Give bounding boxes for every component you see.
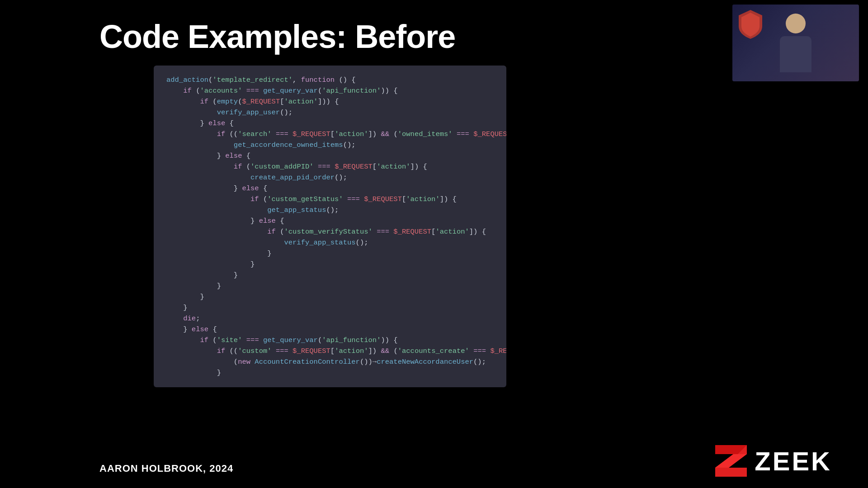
person-head bbox=[786, 14, 806, 33]
zeek-logo: ZEEK bbox=[713, 443, 832, 479]
zeek-brand-name: ZEEK bbox=[755, 446, 832, 476]
svg-marker-2 bbox=[715, 454, 747, 468]
code-block: add_action('template_redirect', function… bbox=[154, 66, 506, 387]
slide-title: Code Examples: Before bbox=[99, 18, 455, 55]
author-credit: AARON HOLBROOK, 2024 bbox=[99, 463, 233, 474]
presenter-silhouette bbox=[775, 14, 816, 72]
presenter-camera bbox=[732, 5, 859, 81]
person-body bbox=[780, 36, 811, 72]
camera-feed bbox=[732, 5, 859, 81]
shield-icon bbox=[737, 9, 764, 40]
zeek-z-icon bbox=[713, 443, 749, 479]
